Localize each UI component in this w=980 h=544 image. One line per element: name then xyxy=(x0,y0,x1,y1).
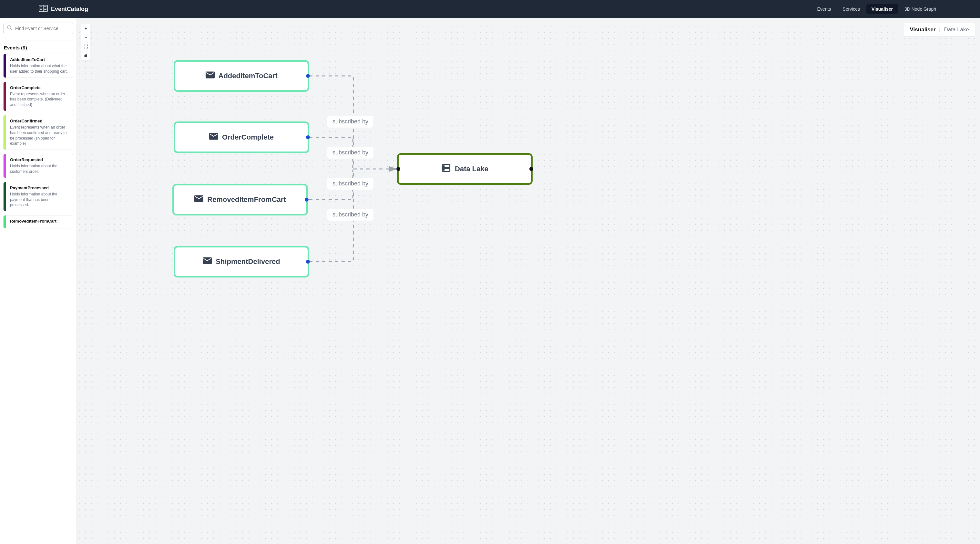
node-label: AddedItemToCart xyxy=(218,72,278,80)
event-name: OrderRequested xyxy=(10,157,69,162)
event-name: OrderConfirmed xyxy=(10,118,69,123)
event-card[interactable]: OrderRequested Holds information about t… xyxy=(3,154,73,178)
envelope-icon xyxy=(194,195,204,204)
lock-button[interactable] xyxy=(81,51,91,60)
event-name: OrderComplete xyxy=(10,85,69,90)
breadcrumb-root: Visualiser xyxy=(910,27,936,33)
edge-label: subscribed by xyxy=(327,209,374,221)
event-card[interactable]: RemovedItemFromCart xyxy=(3,215,73,228)
breadcrumb-leaf: Data Lake xyxy=(944,27,969,33)
event-name: RemovedItemFromCart xyxy=(10,219,56,223)
nav: Events Services Visualiser 3D Node Graph xyxy=(812,4,941,14)
event-node[interactable]: OrderComplete xyxy=(173,121,309,153)
search-icon xyxy=(7,25,13,32)
breadcrumb: Visualiser | Data Lake xyxy=(904,23,975,36)
search-input[interactable] xyxy=(15,26,70,31)
event-node[interactable]: RemovedItemFromCart xyxy=(172,184,308,215)
server-icon xyxy=(441,163,451,174)
brand[interactable]: EventCatalog xyxy=(39,5,88,13)
event-desc: Event represents when an order has been … xyxy=(10,125,69,146)
node-label: OrderComplete xyxy=(222,133,274,142)
event-card[interactable]: AddedItemToCart Holds information about … xyxy=(3,54,73,78)
node-label: RemovedItemFromCart xyxy=(207,195,286,204)
nav-visualiser[interactable]: Visualiser xyxy=(866,4,898,14)
canvas[interactable]: + − Visualiser | Data Lake xyxy=(77,18,980,544)
edges xyxy=(77,18,980,544)
svg-point-8 xyxy=(8,26,11,29)
zoom-out-button[interactable]: − xyxy=(81,33,91,42)
svg-point-13 xyxy=(444,170,444,170)
output-port[interactable] xyxy=(306,74,310,78)
event-name: AddedItemToCart xyxy=(10,57,69,62)
event-desc: Holds information about the customers or… xyxy=(10,163,69,174)
section-title: Events (9) xyxy=(4,45,73,50)
edge-label: subscribed by xyxy=(327,116,374,128)
canvas-controls: + − xyxy=(81,24,91,60)
envelope-icon xyxy=(209,133,218,142)
event-card[interactable]: PaymentProcessed Holds information about… xyxy=(3,182,73,211)
nav-events[interactable]: Events xyxy=(812,4,836,14)
node-label: Data Lake xyxy=(455,165,488,173)
output-port[interactable] xyxy=(530,167,533,171)
event-card[interactable]: OrderComplete Event represents when an o… xyxy=(3,82,73,111)
event-color-bar xyxy=(3,54,6,78)
event-desc: Event represents when an order has been … xyxy=(10,91,69,108)
service-node[interactable]: Data Lake xyxy=(397,153,533,185)
brand-name: EventCatalog xyxy=(51,6,88,13)
event-color-bar xyxy=(3,154,6,178)
event-card[interactable]: OrderConfirmed Event represents when an … xyxy=(3,115,73,150)
output-port[interactable] xyxy=(305,198,309,202)
event-name: PaymentProcessed xyxy=(10,185,69,190)
header: EventCatalog Events Services Visualiser … xyxy=(0,0,980,18)
event-color-bar xyxy=(3,182,6,211)
node-label: ShipmentDelivered xyxy=(216,257,280,266)
nav-services[interactable]: Services xyxy=(837,4,865,14)
event-color-bar xyxy=(3,115,6,150)
zoom-in-button[interactable]: + xyxy=(81,24,91,33)
event-list: AddedItemToCart Holds information about … xyxy=(3,54,73,228)
brand-icon xyxy=(39,5,48,13)
sidebar: Events (9) AddedItemToCart Holds informa… xyxy=(0,18,77,544)
output-port[interactable] xyxy=(306,136,310,139)
breadcrumb-separator: | xyxy=(939,27,940,33)
output-port[interactable] xyxy=(306,260,310,263)
svg-line-9 xyxy=(10,29,12,30)
fit-view-button[interactable] xyxy=(81,42,91,51)
event-desc: Holds information about what the user ad… xyxy=(10,63,69,74)
input-port[interactable] xyxy=(396,167,400,171)
event-color-bar xyxy=(3,82,6,111)
envelope-icon xyxy=(203,257,212,266)
envelope-icon xyxy=(205,72,215,80)
event-node[interactable]: ShipmentDelivered xyxy=(173,246,309,278)
search-box[interactable] xyxy=(3,22,73,34)
edge-label: subscribed by xyxy=(327,147,374,159)
svg-point-12 xyxy=(444,166,444,166)
event-node[interactable]: AddedItemToCart xyxy=(173,60,309,92)
nav-3d-node-graph[interactable]: 3D Node Graph xyxy=(899,4,941,14)
event-color-bar xyxy=(3,215,6,228)
event-desc: Holds information about the payment that… xyxy=(10,191,69,208)
edge-label: subscribed by xyxy=(327,178,374,190)
